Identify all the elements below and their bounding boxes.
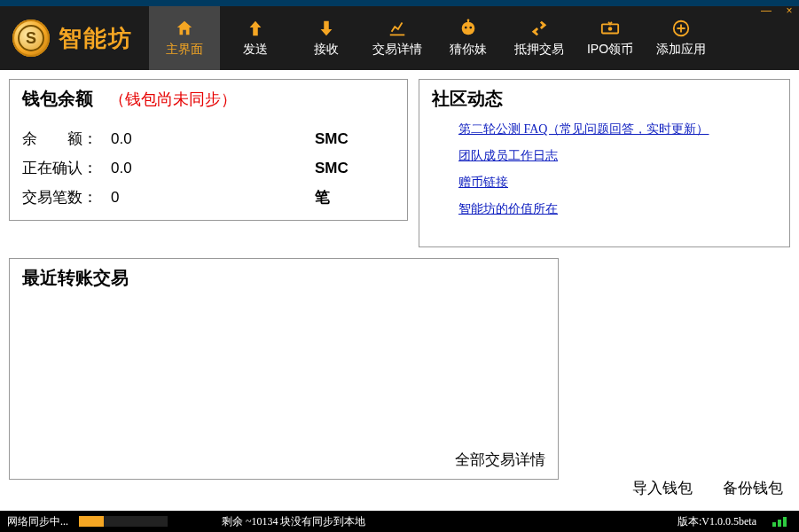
blocks-remaining-label: 剩余 ~10134 块没有同步到本地	[222, 514, 366, 529]
nav-label: 发送	[243, 42, 268, 58]
all-transactions-link[interactable]: 全部交易详情	[455, 450, 545, 470]
balance-label: 余 额：	[22, 129, 111, 149]
svg-point-1	[465, 27, 467, 29]
close-button[interactable]: ×	[783, 4, 795, 17]
nav-label: 接收	[314, 42, 339, 58]
sync-progress-fill	[79, 516, 104, 527]
plus-icon	[671, 19, 691, 38]
balance-title: 钱包余额	[22, 87, 93, 111]
balance-label: 交易笔数：	[22, 187, 111, 207]
robot-icon	[458, 19, 478, 38]
balance-row: 余 额：0.0SMC	[22, 129, 395, 149]
balance-value: 0	[111, 189, 315, 207]
balance-label: 正在确认：	[22, 158, 111, 178]
sync-progress-bar	[79, 516, 168, 527]
exchange-icon	[529, 19, 549, 38]
community-title: 社区动态	[432, 87, 777, 111]
network-signal-icon	[772, 517, 787, 527]
chart-icon	[388, 19, 407, 38]
svg-point-0	[462, 22, 475, 35]
title-bar: — ×	[0, 0, 799, 6]
recent-transactions-panel: 最近转账交易 全部交易详情	[9, 258, 559, 480]
arrow-up-icon	[246, 19, 265, 38]
balance-row: 交易笔数：0笔	[22, 187, 395, 207]
community-link[interactable]: 第二轮公测 FAQ（常见问题回答，实时更新）	[458, 121, 777, 137]
nav-exchange[interactable]: 抵押交易	[504, 6, 575, 70]
main-nav: 主界面发送接收交易详情猜你妹抵押交易IPO领币添加应用	[149, 6, 717, 70]
balance-value: 0.0	[111, 160, 315, 177]
wallet-actions: 导入钱包 备份钱包	[632, 478, 783, 498]
logo-letter: S	[18, 25, 44, 51]
wallet-not-synced-label: （钱包尚未同步）	[109, 89, 237, 110]
svg-point-3	[467, 19, 470, 21]
nav-arrow-down[interactable]: 接收	[291, 6, 362, 70]
header: S 智能坊 主界面发送接收交易详情猜你妹抵押交易IPO领币添加应用	[0, 6, 799, 70]
community-link[interactable]: 赠币链接	[458, 175, 777, 191]
nav-label: IPO领币	[587, 42, 633, 58]
nav-label: 交易详情	[372, 42, 422, 58]
nav-plus[interactable]: 添加应用	[646, 6, 717, 70]
nav-label: 主界面	[166, 42, 203, 58]
nav-label: 抵押交易	[514, 42, 564, 58]
balance-unit: SMC	[315, 160, 368, 177]
svg-point-2	[469, 27, 472, 29]
version-label: 版本:V1.0.0.5beta	[678, 514, 756, 529]
nav-home[interactable]: 主界面	[149, 6, 220, 70]
balance-value: 0.0	[111, 130, 315, 148]
balance-unit: SMC	[315, 130, 368, 148]
app-logo-icon: S	[12, 20, 50, 57]
community-link[interactable]: 智能坊的价值所在	[458, 201, 777, 217]
minimize-button[interactable]: —	[760, 4, 772, 17]
nav-robot[interactable]: 猜你妹	[433, 6, 504, 70]
nav-arrow-up[interactable]: 发送	[220, 6, 291, 70]
community-panel: 社区动态 第二轮公测 FAQ（常见问题回答，实时更新）团队成员工作日志赠币链接智…	[419, 79, 790, 247]
arrow-down-icon	[317, 19, 336, 38]
cash-icon	[600, 19, 620, 38]
nav-cash[interactable]: IPO领币	[575, 6, 646, 70]
import-wallet-button[interactable]: 导入钱包	[632, 478, 693, 498]
nav-chart[interactable]: 交易详情	[362, 6, 433, 70]
svg-point-5	[608, 27, 613, 31]
status-bar: 网络同步中... 剩余 ~10134 块没有同步到本地 版本:V1.0.0.5b…	[0, 511, 799, 532]
backup-wallet-button[interactable]: 备份钱包	[723, 478, 783, 498]
recent-title: 最近转账交易	[22, 266, 545, 290]
balance-row: 正在确认：0.0SMC	[22, 158, 395, 178]
nav-label: 添加应用	[656, 42, 706, 58]
nav-label: 猜你妹	[450, 42, 487, 58]
app-name: 智能坊	[59, 23, 133, 54]
home-icon	[175, 19, 194, 38]
logo-area: S 智能坊	[0, 20, 149, 57]
balance-panel: 钱包余额 （钱包尚未同步） 余 额：0.0SMC正在确认：0.0SMC交易笔数：…	[9, 79, 408, 221]
content-area: 钱包余额 （钱包尚未同步） 余 额：0.0SMC正在确认：0.0SMC交易笔数：…	[0, 70, 799, 511]
sync-status-label: 网络同步中...	[0, 514, 75, 529]
community-link[interactable]: 团队成员工作日志	[458, 148, 777, 164]
balance-unit: 笔	[315, 187, 368, 207]
